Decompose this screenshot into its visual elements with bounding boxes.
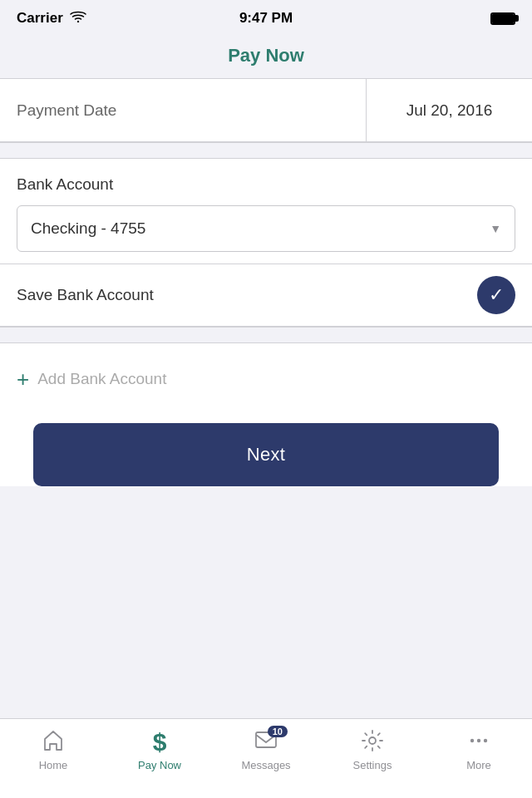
- bank-account-selected: Checking - 4755: [31, 219, 145, 238]
- next-button-container: Next: [0, 423, 532, 486]
- tab-messages[interactable]: 10 Messages: [213, 727, 319, 771]
- add-bank-account-label: Add Bank Account: [37, 370, 166, 388]
- next-button-label: Next: [247, 444, 285, 465]
- checkmark-icon: ✓: [489, 284, 504, 306]
- dollar-icon: $: [153, 730, 167, 755]
- bank-account-title: Bank Account: [17, 175, 515, 194]
- svg-point-5: [484, 739, 487, 742]
- nav-header: Pay Now: [0, 37, 532, 79]
- page-title: Pay Now: [228, 45, 304, 66]
- tab-pay-now[interactable]: $ Pay Now: [106, 727, 213, 771]
- payment-date-value[interactable]: Jul 20, 2016: [366, 79, 532, 141]
- save-bank-account-toggle[interactable]: ✓: [477, 276, 515, 314]
- tab-bar: Home $ Pay Now 10 Messages: [0, 718, 532, 798]
- svg-point-2: [369, 737, 376, 744]
- payment-date-row[interactable]: Payment Date Jul 20, 2016: [0, 79, 532, 142]
- status-bar: Carrier 9:47 PM: [0, 0, 532, 37]
- add-bank-section: + Add Bank Account: [0, 343, 532, 415]
- status-time: 9:47 PM: [239, 10, 293, 27]
- bank-account-section: Bank Account Checking - 4755 ▼: [0, 159, 532, 252]
- save-bank-account-row[interactable]: Save Bank Account ✓: [0, 264, 532, 327]
- tab-more[interactable]: More: [426, 727, 532, 771]
- tab-messages-label: Messages: [241, 759, 290, 771]
- wifi-icon: [70, 10, 86, 27]
- svg-point-4: [477, 739, 480, 742]
- bank-account-dropdown[interactable]: Checking - 4755 ▼: [17, 205, 515, 252]
- tab-pay-now-label: Pay Now: [138, 759, 181, 771]
- section-divider: [0, 142, 532, 159]
- home-icon: [41, 728, 66, 756]
- carrier-text: Carrier: [17, 10, 63, 27]
- battery-icon: [490, 12, 515, 25]
- save-bank-account-label: Save Bank Account: [17, 286, 154, 304]
- add-bank-account-button[interactable]: + Add Bank Account: [17, 368, 166, 390]
- settings-icon: [360, 728, 385, 756]
- section-divider-2: [0, 327, 532, 343]
- payment-date-label: Payment Date: [0, 79, 366, 141]
- messages-badge: 10: [268, 726, 288, 737]
- plus-icon: +: [17, 368, 29, 390]
- svg-point-0: [77, 21, 79, 22]
- svg-point-3: [470, 739, 474, 742]
- tab-home[interactable]: Home: [0, 727, 106, 771]
- chevron-down-icon: ▼: [490, 222, 501, 235]
- more-dots-icon: [466, 728, 491, 756]
- tab-settings[interactable]: Settings: [319, 727, 426, 771]
- status-battery: [490, 12, 515, 25]
- main-content: Payment Date Jul 20, 2016 Bank Account C…: [0, 79, 532, 486]
- tab-settings-label: Settings: [353, 759, 392, 771]
- tab-home-label: Home: [39, 759, 68, 771]
- tab-more-label: More: [466, 759, 491, 771]
- next-button[interactable]: Next: [33, 423, 499, 486]
- status-carrier: Carrier: [17, 10, 86, 27]
